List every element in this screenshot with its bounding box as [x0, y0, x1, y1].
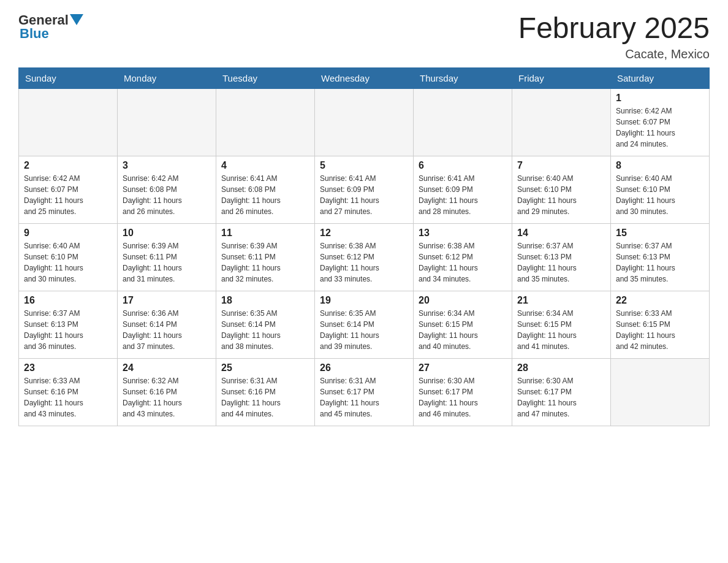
calendar-day-cell	[19, 88, 118, 156]
weekday-header-tuesday: Tuesday	[216, 67, 315, 88]
day-info: Sunrise: 6:40 AMSunset: 6:10 PMDaylight:…	[24, 240, 112, 285]
calendar-title: February 2025	[518, 12, 710, 45]
weekday-header-saturday: Saturday	[611, 67, 710, 88]
calendar-day-cell: 6Sunrise: 6:41 AMSunset: 6:09 PMDaylight…	[414, 156, 512, 223]
calendar-day-cell: 8Sunrise: 6:40 AMSunset: 6:10 PMDaylight…	[611, 156, 710, 223]
calendar-day-cell: 25Sunrise: 6:31 AMSunset: 6:16 PMDayligh…	[216, 358, 315, 426]
calendar-day-cell: 20Sunrise: 6:34 AMSunset: 6:15 PMDayligh…	[414, 291, 512, 358]
day-number: 22	[616, 295, 704, 306]
day-number: 1	[616, 93, 704, 104]
calendar-day-cell: 27Sunrise: 6:30 AMSunset: 6:17 PMDayligh…	[414, 358, 512, 426]
calendar-day-cell: 5Sunrise: 6:41 AMSunset: 6:09 PMDaylight…	[315, 156, 414, 223]
day-info: Sunrise: 6:41 AMSunset: 6:09 PMDaylight:…	[419, 173, 507, 217]
calendar-day-cell: 18Sunrise: 6:35 AMSunset: 6:14 PMDayligh…	[216, 291, 315, 358]
weekday-header-friday: Friday	[512, 67, 611, 88]
day-number: 24	[123, 362, 211, 373]
calendar-day-cell	[118, 88, 216, 156]
day-number: 17	[123, 295, 211, 306]
day-info: Sunrise: 6:33 AMSunset: 6:16 PMDaylight:…	[24, 375, 112, 419]
day-info: Sunrise: 6:42 AMSunset: 6:08 PMDaylight:…	[123, 173, 211, 217]
calendar-day-cell: 7Sunrise: 6:40 AMSunset: 6:10 PMDaylight…	[512, 156, 611, 223]
day-info: Sunrise: 6:37 AMSunset: 6:13 PMDaylight:…	[517, 240, 605, 285]
day-info: Sunrise: 6:35 AMSunset: 6:14 PMDaylight:…	[221, 308, 309, 352]
day-info: Sunrise: 6:42 AMSunset: 6:07 PMDaylight:…	[616, 105, 704, 150]
calendar-week-row: 1Sunrise: 6:42 AMSunset: 6:07 PMDaylight…	[19, 88, 710, 156]
day-info: Sunrise: 6:35 AMSunset: 6:14 PMDaylight:…	[320, 308, 408, 352]
svg-marker-0	[70, 14, 83, 25]
calendar-day-cell: 26Sunrise: 6:31 AMSunset: 6:17 PMDayligh…	[315, 358, 414, 426]
calendar-day-cell: 2Sunrise: 6:42 AMSunset: 6:07 PMDaylight…	[19, 156, 118, 223]
location-label: Cacate, Mexico	[518, 47, 710, 61]
calendar-day-cell: 28Sunrise: 6:30 AMSunset: 6:17 PMDayligh…	[512, 358, 611, 426]
weekday-header-sunday: Sunday	[19, 67, 118, 88]
day-number: 23	[24, 362, 112, 373]
day-number: 5	[320, 160, 408, 171]
calendar-week-row: 23Sunrise: 6:33 AMSunset: 6:16 PMDayligh…	[19, 358, 710, 426]
day-number: 4	[221, 160, 309, 171]
day-number: 9	[24, 228, 112, 239]
day-info: Sunrise: 6:37 AMSunset: 6:13 PMDaylight:…	[24, 308, 112, 352]
calendar-day-cell	[414, 88, 512, 156]
day-info: Sunrise: 6:34 AMSunset: 6:15 PMDaylight:…	[419, 308, 507, 352]
calendar-day-cell: 24Sunrise: 6:32 AMSunset: 6:16 PMDayligh…	[118, 358, 216, 426]
calendar-day-cell: 4Sunrise: 6:41 AMSunset: 6:08 PMDaylight…	[216, 156, 315, 223]
day-number: 8	[616, 160, 704, 171]
logo-arrow-icon	[70, 14, 83, 28]
calendar-day-cell: 3Sunrise: 6:42 AMSunset: 6:08 PMDaylight…	[118, 156, 216, 223]
calendar-day-cell: 12Sunrise: 6:38 AMSunset: 6:12 PMDayligh…	[315, 223, 414, 291]
day-number: 15	[616, 228, 704, 239]
day-number: 3	[123, 160, 211, 171]
calendar-day-cell	[315, 88, 414, 156]
calendar-day-cell: 11Sunrise: 6:39 AMSunset: 6:11 PMDayligh…	[216, 223, 315, 291]
calendar-day-cell: 13Sunrise: 6:38 AMSunset: 6:12 PMDayligh…	[414, 223, 512, 291]
day-number: 26	[320, 362, 408, 373]
day-info: Sunrise: 6:42 AMSunset: 6:07 PMDaylight:…	[24, 173, 112, 217]
logo-blue-text: Blue	[20, 26, 49, 42]
day-number: 6	[419, 160, 507, 171]
calendar-day-cell: 10Sunrise: 6:39 AMSunset: 6:11 PMDayligh…	[118, 223, 216, 291]
calendar-day-cell	[216, 88, 315, 156]
day-number: 27	[419, 362, 507, 373]
day-number: 28	[517, 362, 605, 373]
calendar-day-cell: 1Sunrise: 6:42 AMSunset: 6:07 PMDaylight…	[611, 88, 710, 156]
weekday-header-thursday: Thursday	[414, 67, 512, 88]
day-info: Sunrise: 6:30 AMSunset: 6:17 PMDaylight:…	[517, 375, 605, 419]
day-number: 11	[221, 228, 309, 239]
calendar-week-row: 2Sunrise: 6:42 AMSunset: 6:07 PMDaylight…	[19, 156, 710, 223]
day-info: Sunrise: 6:41 AMSunset: 6:09 PMDaylight:…	[320, 173, 408, 217]
calendar-day-cell: 17Sunrise: 6:36 AMSunset: 6:14 PMDayligh…	[118, 291, 216, 358]
calendar-day-cell	[611, 358, 710, 426]
calendar-table: SundayMondayTuesdayWednesdayThursdayFrid…	[18, 67, 710, 426]
logo: General Blue	[18, 12, 83, 42]
weekday-header-row: SundayMondayTuesdayWednesdayThursdayFrid…	[19, 67, 710, 88]
calendar-day-cell	[512, 88, 611, 156]
calendar-week-row: 16Sunrise: 6:37 AMSunset: 6:13 PMDayligh…	[19, 291, 710, 358]
day-info: Sunrise: 6:39 AMSunset: 6:11 PMDaylight:…	[123, 240, 211, 285]
weekday-header-wednesday: Wednesday	[315, 67, 414, 88]
day-info: Sunrise: 6:30 AMSunset: 6:17 PMDaylight:…	[419, 375, 507, 419]
day-number: 2	[24, 160, 112, 171]
calendar-day-cell: 9Sunrise: 6:40 AMSunset: 6:10 PMDaylight…	[19, 223, 118, 291]
calendar-day-cell: 15Sunrise: 6:37 AMSunset: 6:13 PMDayligh…	[611, 223, 710, 291]
day-number: 19	[320, 295, 408, 306]
calendar-day-cell: 16Sunrise: 6:37 AMSunset: 6:13 PMDayligh…	[19, 291, 118, 358]
day-info: Sunrise: 6:40 AMSunset: 6:10 PMDaylight:…	[517, 173, 605, 217]
day-number: 14	[517, 228, 605, 239]
calendar-day-cell: 22Sunrise: 6:33 AMSunset: 6:15 PMDayligh…	[611, 291, 710, 358]
day-info: Sunrise: 6:38 AMSunset: 6:12 PMDaylight:…	[320, 240, 408, 285]
day-number: 25	[221, 362, 309, 373]
calendar-week-row: 9Sunrise: 6:40 AMSunset: 6:10 PMDaylight…	[19, 223, 710, 291]
day-info: Sunrise: 6:32 AMSunset: 6:16 PMDaylight:…	[123, 375, 211, 419]
day-number: 20	[419, 295, 507, 306]
day-number: 12	[320, 228, 408, 239]
title-block: February 2025 Cacate, Mexico	[518, 12, 710, 61]
day-number: 21	[517, 295, 605, 306]
page-header: General Blue February 2025 Cacate, Mexic…	[18, 12, 710, 61]
day-info: Sunrise: 6:40 AMSunset: 6:10 PMDaylight:…	[616, 173, 704, 217]
day-info: Sunrise: 6:31 AMSunset: 6:16 PMDaylight:…	[221, 375, 309, 419]
weekday-header-monday: Monday	[118, 67, 216, 88]
day-info: Sunrise: 6:31 AMSunset: 6:17 PMDaylight:…	[320, 375, 408, 419]
day-info: Sunrise: 6:33 AMSunset: 6:15 PMDaylight:…	[616, 308, 704, 352]
day-number: 10	[123, 228, 211, 239]
calendar-day-cell: 19Sunrise: 6:35 AMSunset: 6:14 PMDayligh…	[315, 291, 414, 358]
